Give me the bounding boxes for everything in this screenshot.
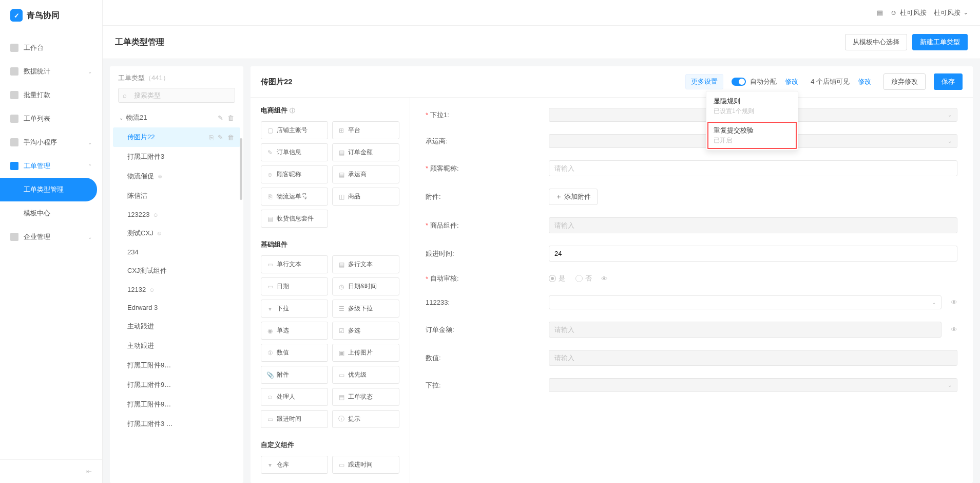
notebook-icon[interactable]: ▤	[877, 9, 883, 16]
edit-icon[interactable]: ✎	[218, 114, 223, 122]
save-button[interactable]: 保存	[934, 73, 963, 90]
dropdown-item-visibility-rules[interactable]: 显隐规则 已设置1个规则	[706, 91, 798, 121]
palette-item[interactable]: ▤订单金额	[332, 143, 399, 161]
type-item[interactable]: CXJ测试组件	[113, 261, 240, 281]
visibility-icon[interactable]: 👁	[951, 326, 957, 333]
component-icon: ▣	[338, 349, 345, 357]
type-item[interactable]: 打黑工附件3	[113, 147, 240, 166]
nav-sub-type-manage[interactable]: 工单类型管理	[0, 178, 97, 201]
radio-option[interactable]: 否	[575, 274, 592, 283]
scrollbar[interactable]	[240, 138, 242, 200]
new-type-button[interactable]: 新建工单类型	[912, 34, 968, 50]
modify-shops-link[interactable]: 修改	[854, 75, 875, 88]
from-template-button[interactable]: 从模板中心选择	[845, 34, 907, 50]
text-input[interactable]	[549, 350, 957, 366]
type-group[interactable]: ⌄ 物流21 ✎ 🗑	[113, 108, 240, 127]
palette-item[interactable]: ⊞平台	[332, 121, 399, 139]
select-field[interactable]: ⌄	[549, 295, 941, 309]
palette-item[interactable]: ▣上传图片	[332, 344, 399, 362]
nav-sub-template-center[interactable]: 模板中心	[0, 201, 102, 225]
org-menu[interactable]: 杜可风按 ⌄	[934, 8, 968, 17]
palette-item[interactable]: ▤承运商	[332, 165, 399, 183]
delete-icon[interactable]: 🗑	[227, 114, 234, 122]
palette-item[interactable]: ✎订单信息	[261, 143, 328, 161]
type-item[interactable]: 12132☺	[113, 281, 240, 299]
more-settings-button[interactable]: 更多设置	[685, 74, 723, 89]
user-menu[interactable]: ☺ 杜可风按	[890, 8, 927, 17]
type-item[interactable]: 主动跟进	[113, 317, 240, 336]
plus-icon: ＋	[555, 192, 562, 201]
text-input[interactable]	[549, 160, 957, 176]
form-row: 订单金额:👁	[426, 322, 957, 338]
palette-item[interactable]: ▢店铺主账号	[261, 121, 328, 139]
palette-item[interactable]: ▭跟进时间	[332, 456, 399, 474]
palette-item[interactable]: ⓘ提示	[332, 410, 399, 428]
text-input[interactable]	[549, 246, 957, 262]
palette-item[interactable]: ☺顾客昵称	[261, 165, 328, 183]
auto-assign-segment: 自动分配 修改	[732, 75, 802, 88]
palette-item[interactable]: ☰多级下拉	[332, 300, 399, 318]
type-item[interactable]: 打黑工附件3 …	[113, 414, 240, 434]
palette-item[interactable]: ▤工单状态	[332, 388, 399, 406]
type-item[interactable]: 测试CXJ☺	[113, 224, 240, 243]
select-field[interactable]: ⌄	[549, 378, 957, 392]
type-item[interactable]: 123223☺	[113, 206, 240, 224]
nav-enterprise[interactable]: 企业管理 ⌄	[0, 225, 102, 249]
type-group-label: 物流21	[126, 113, 147, 122]
type-item[interactable]: 打黑工附件9…	[113, 375, 240, 395]
nav-workbench[interactable]: 工作台	[0, 36, 102, 60]
palette-item[interactable]: ▾仓库	[261, 456, 328, 474]
visibility-icon[interactable]: 👁	[951, 299, 957, 306]
auto-assign-toggle[interactable]	[732, 78, 746, 86]
visibility-icon[interactable]: 👁	[601, 275, 608, 283]
list-icon	[10, 115, 18, 123]
type-item[interactable]: 主动跟进	[113, 336, 240, 356]
radio-dot	[549, 275, 556, 282]
add-attachment-button[interactable]: ＋添加附件	[549, 189, 598, 205]
palette-item[interactable]: ▭日期	[261, 277, 328, 295]
dropdown-item-duplicate-check[interactable]: 重复提交校验 已开启	[706, 121, 798, 150]
palette-item[interactable]: ☑多选	[332, 322, 399, 340]
type-item[interactable]: 物流催促☺	[113, 166, 240, 186]
type-item[interactable]: Edrward 3	[113, 299, 240, 317]
nav-stats[interactable]: 数据统计 ⌄	[0, 60, 102, 83]
nav-miniapp[interactable]: 手淘小程序 ⌄	[0, 131, 102, 154]
palette-item[interactable]: ▾下拉	[261, 300, 328, 318]
delete-icon[interactable]: 🗑	[227, 134, 234, 141]
modify-auto-assign-link[interactable]: 修改	[781, 75, 802, 88]
copy-icon[interactable]: ⎘	[209, 134, 214, 141]
type-search-input[interactable]	[118, 88, 235, 103]
palette-item[interactable]: ▤多行文本	[332, 255, 399, 273]
palette-item[interactable]: 📎附件	[261, 366, 328, 384]
sidebar-collapse-button[interactable]: ⇤	[0, 459, 102, 483]
manage-icon	[10, 162, 18, 170]
type-item[interactable]: 陈信洁	[113, 186, 240, 206]
palette-item[interactable]: ◫商品	[332, 188, 399, 206]
nav-ticket-list[interactable]: 工单列表	[0, 107, 102, 131]
edit-icon[interactable]: ✎	[218, 134, 223, 141]
info-icon[interactable]: ⓘ	[290, 107, 295, 115]
form-label-text: 下拉1:	[430, 110, 449, 120]
palette-item[interactable]: ◉单选	[261, 322, 328, 340]
person-icon: ☺	[157, 230, 162, 236]
text-input[interactable]	[549, 322, 941, 338]
nav-ticket-manage[interactable]: 工单管理 ⌃	[0, 154, 102, 178]
palette-item[interactable]: ▭跟进时间	[261, 410, 328, 428]
text-input[interactable]	[549, 217, 957, 233]
palette-item[interactable]: ▭优先级	[332, 366, 399, 384]
palette-item[interactable]: ⎘物流运单号	[261, 188, 328, 206]
palette-item[interactable]: ▤收货信息套件	[261, 210, 328, 228]
type-item[interactable]: 打黑工附件9…	[113, 395, 240, 414]
radio-option[interactable]: 是	[549, 274, 565, 283]
component-icon: ◷	[338, 283, 345, 290]
type-panel: 工单类型（441） ⌕ ⌄ 物流21 ✎ 🗑 传图片22⎘✎🗑	[110, 66, 243, 483]
type-item[interactable]: 打黑工附件9…	[113, 356, 240, 375]
type-item[interactable]: 234	[113, 243, 240, 261]
palette-item[interactable]: ◷日期&时间	[332, 277, 399, 295]
type-item[interactable]: 传图片22⎘✎🗑	[113, 127, 240, 147]
nav-payout[interactable]: 批量打款	[0, 83, 102, 107]
palette-item[interactable]: ▭单行文本	[261, 255, 328, 273]
palette-item[interactable]: ①数值	[261, 344, 328, 362]
discard-button[interactable]: 放弃修改	[883, 73, 926, 90]
palette-item[interactable]: ☺处理人	[261, 388, 328, 406]
